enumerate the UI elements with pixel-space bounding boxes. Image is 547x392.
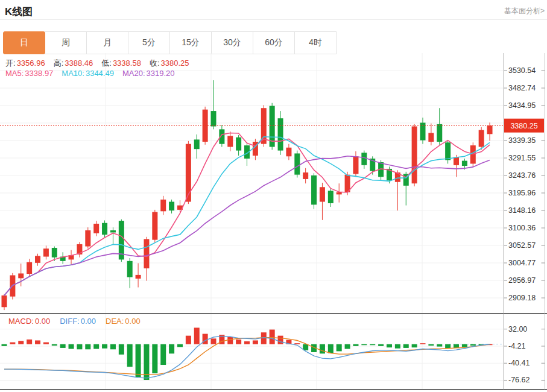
candle-body <box>412 127 417 184</box>
readout-value: 3338.97 <box>25 69 53 78</box>
readout-value: 0.00 <box>81 317 96 326</box>
readout-value: 3380.25 <box>161 58 189 68</box>
candle-body <box>437 124 442 142</box>
candle-body <box>428 133 434 142</box>
macd-bar <box>93 344 99 349</box>
macd-readout: MACD:0.00DIFF:0.00DEA:0.00 <box>8 317 150 326</box>
y-axis-label: 3052.57 <box>508 241 536 250</box>
candle-body <box>487 125 493 134</box>
y-axis-label: 3100.36 <box>508 224 536 232</box>
readout-value: 0.00 <box>35 317 50 326</box>
y-axis-label: 3004.77 <box>508 259 536 267</box>
readout-label: DIFF: <box>60 317 80 326</box>
candle-body <box>462 161 467 166</box>
candle-body <box>2 296 7 307</box>
y-axis-label: 3339.35 <box>508 136 536 145</box>
macd-bar <box>227 337 233 344</box>
macd-bar <box>236 340 241 344</box>
candle-body <box>303 172 308 179</box>
readout-label: MA5: <box>5 69 24 78</box>
candle-body <box>127 261 133 277</box>
macd-bar <box>119 344 124 355</box>
macd-bar <box>77 344 82 350</box>
candle-body <box>136 275 141 279</box>
ohlc-readout: 开:3356.96高:3388.46低:3338.58收:3380.25 <box>5 58 198 69</box>
candle-body <box>278 118 283 150</box>
candle-body <box>479 130 484 147</box>
readout-label: 低: <box>101 58 112 68</box>
macd-bar <box>328 344 334 353</box>
macd-bar <box>270 330 275 344</box>
macd-bar <box>462 344 467 347</box>
macd-bar <box>52 344 57 346</box>
macd-bar <box>203 334 208 344</box>
macd-bar <box>470 344 476 346</box>
macd-bar <box>10 343 15 344</box>
y-axis-label: 3434.95 <box>508 101 536 110</box>
macd-bar <box>110 344 116 350</box>
y-axis-label: 3482.74 <box>508 84 536 92</box>
macd-bar <box>320 344 325 354</box>
candle-body <box>211 111 217 126</box>
readout-label: MA10: <box>62 69 84 78</box>
readout-label: MA20: <box>122 69 145 78</box>
candle-body <box>160 200 166 211</box>
candle-body <box>27 262 32 274</box>
readout-value: 3388.46 <box>65 58 93 68</box>
macd-bar <box>69 344 74 349</box>
candle-body <box>236 138 241 151</box>
macd-bar <box>136 344 141 378</box>
readout-label: 开: <box>5 58 16 68</box>
macd-bar <box>177 344 183 347</box>
macd-axis-label: -4.21 <box>508 342 526 350</box>
macd-bar <box>428 344 434 346</box>
macd-bar <box>253 340 258 344</box>
macd-bar <box>2 344 7 346</box>
candle-body <box>169 202 174 211</box>
candle-body <box>194 139 200 149</box>
candle-body <box>454 157 459 165</box>
macd-bar <box>361 344 367 346</box>
candle-body <box>110 230 116 233</box>
candle-body <box>102 223 107 235</box>
macd-bar <box>27 340 32 344</box>
macd-bar <box>169 344 174 354</box>
macd-bar <box>294 343 300 344</box>
candle-body <box>320 187 325 201</box>
kline-page: K线图 基本面分析> 日周月5分15分30分60分4时 开:3356.96高:3… <box>0 0 547 392</box>
macd-bar <box>85 344 90 350</box>
candle-body <box>353 156 358 174</box>
macd-axis-label: -40.41 <box>508 359 530 367</box>
macd-bar <box>127 344 133 367</box>
macd-bar <box>152 344 157 373</box>
candle-body <box>337 192 342 195</box>
y-axis-label: 3195.96 <box>508 189 536 197</box>
candle-body <box>43 248 49 256</box>
candle-body <box>35 256 40 263</box>
readout-label: 收: <box>150 58 160 68</box>
ma-readout: MA5:3338.97MA10:3344.49MA20:3319.20 <box>5 69 183 78</box>
macd-bar <box>437 344 442 347</box>
readout-label: 高: <box>54 58 64 68</box>
candle-body <box>152 212 157 240</box>
macd-bar <box>403 344 409 348</box>
candle-body <box>445 142 451 160</box>
readout-value: 0.00 <box>125 317 140 326</box>
macd-bar <box>370 344 375 346</box>
macd-bar <box>102 344 107 349</box>
candle-body <box>294 153 300 174</box>
macd-bar <box>337 344 342 352</box>
macd-bar <box>345 344 350 349</box>
candle-body <box>470 145 476 163</box>
macd-bar <box>445 344 451 349</box>
macd-axis-label: 32.00 <box>508 325 527 334</box>
candle-body <box>328 191 334 203</box>
y-axis-label: 3243.76 <box>508 171 536 180</box>
y-axis-label: 2956.97 <box>508 276 536 285</box>
macd-bar <box>194 327 200 344</box>
candle-body <box>186 144 191 202</box>
tab-period-0[interactable]: 日 <box>3 31 45 54</box>
candle-body <box>286 148 291 157</box>
macd-bar <box>454 344 459 348</box>
macd-bar <box>186 336 191 344</box>
